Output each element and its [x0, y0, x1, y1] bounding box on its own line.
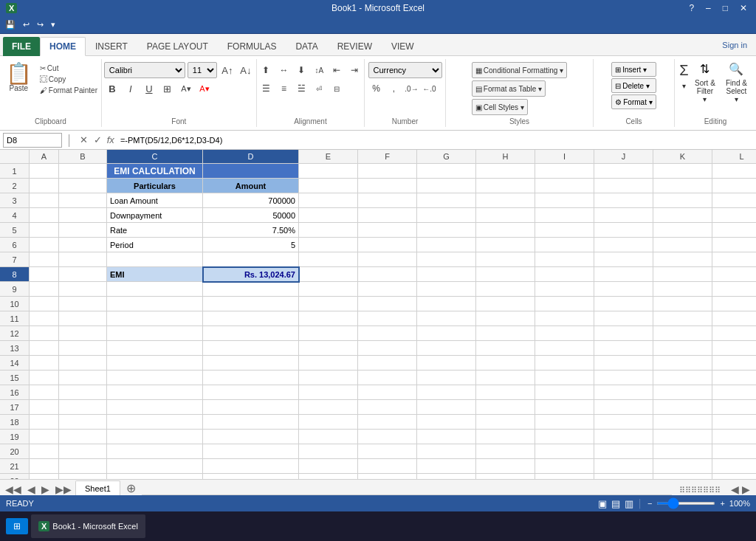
cell-b18[interactable]: [59, 415, 107, 430]
insert-cells-button[interactable]: ⊞ Insert ▾: [611, 62, 656, 77]
cell-b7[interactable]: [59, 252, 107, 267]
close-button[interactable]: ✕: [737, 3, 750, 13]
cell-j10[interactable]: [594, 297, 653, 311]
cell-g22[interactable]: [417, 474, 476, 479]
cell-e13[interactable]: [299, 341, 358, 356]
cell-i18[interactable]: [535, 415, 594, 430]
cell-c7[interactable]: [107, 252, 203, 267]
cell-k4[interactable]: [653, 208, 712, 223]
cell-g11[interactable]: [417, 311, 476, 326]
tab-insert[interactable]: INSERT: [86, 36, 137, 55]
cell-i19[interactable]: [535, 430, 594, 444]
cell-b8[interactable]: [59, 267, 107, 282]
restore-button[interactable]: □: [720, 3, 731, 13]
cell-d17[interactable]: [203, 400, 299, 415]
start-button[interactable]: ⊞: [6, 518, 28, 534]
tab-page-layout[interactable]: PAGE LAYOUT: [137, 36, 218, 55]
cell-h21[interactable]: [476, 459, 535, 474]
cell-f19[interactable]: [358, 430, 417, 444]
cell-a14[interactable]: [30, 356, 59, 371]
cell-a8[interactable]: [30, 267, 59, 282]
cell-h14[interactable]: [476, 356, 535, 371]
cell-j11[interactable]: [594, 311, 653, 326]
cell-i10[interactable]: [535, 297, 594, 311]
cell-h12[interactable]: [476, 326, 535, 341]
row-header-6[interactable]: 6: [0, 238, 30, 252]
cell-e1[interactable]: [299, 164, 358, 179]
tab-file[interactable]: FILE: [3, 37, 40, 56]
sheet-last-button[interactable]: ▶▶: [53, 483, 74, 495]
cell-f14[interactable]: [358, 356, 417, 371]
cell-l5[interactable]: [712, 223, 756, 238]
cell-j16[interactable]: [594, 385, 653, 400]
cell-j20[interactable]: [594, 444, 653, 459]
sheet-next-button[interactable]: ▶: [39, 483, 52, 495]
cell-c20[interactable]: [107, 444, 203, 459]
cell-k11[interactable]: [653, 311, 712, 326]
cell-c18[interactable]: [107, 415, 203, 430]
undo-button[interactable]: ↩: [21, 18, 32, 31]
cell-b20[interactable]: [59, 444, 107, 459]
cell-b19[interactable]: [59, 430, 107, 444]
cell-a20[interactable]: [30, 444, 59, 459]
cell-f3[interactable]: [358, 193, 417, 208]
normal-view-button[interactable]: ▣: [598, 498, 607, 509]
cell-l19[interactable]: [712, 430, 756, 444]
cell-c12[interactable]: [107, 326, 203, 341]
cell-h15[interactable]: [476, 371, 535, 385]
cell-f9[interactable]: [358, 282, 417, 297]
cell-f4[interactable]: [358, 208, 417, 223]
cell-k16[interactable]: [653, 385, 712, 400]
cell-b21[interactable]: [59, 459, 107, 474]
cell-e12[interactable]: [299, 326, 358, 341]
cell-l14[interactable]: [712, 356, 756, 371]
cell-d5[interactable]: 7.50%: [203, 223, 299, 238]
cell-b17[interactable]: [59, 400, 107, 415]
cell-d21[interactable]: [203, 459, 299, 474]
cell-d20[interactable]: [203, 444, 299, 459]
cell-j3[interactable]: [594, 193, 653, 208]
zoom-out-button[interactable]: −: [647, 499, 652, 508]
cell-a17[interactable]: [30, 400, 59, 415]
cell-b15[interactable]: [59, 371, 107, 385]
cell-c22[interactable]: [107, 474, 203, 479]
cell-e22[interactable]: [299, 474, 358, 479]
add-sheet-button[interactable]: ⊕: [122, 480, 140, 495]
cell-f1[interactable]: [358, 164, 417, 179]
cell-d22[interactable]: [203, 474, 299, 479]
cell-k7[interactable]: [653, 252, 712, 267]
cell-k2[interactable]: [653, 179, 712, 193]
cell-g17[interactable]: [417, 400, 476, 415]
cell-f13[interactable]: [358, 341, 417, 356]
cell-j9[interactable]: [594, 282, 653, 297]
cell-i20[interactable]: [535, 444, 594, 459]
col-header-g[interactable]: G: [417, 150, 476, 163]
formula-input[interactable]: [117, 133, 753, 148]
tab-formulas[interactable]: FORMULAS: [218, 36, 286, 55]
cell-k22[interactable]: [653, 474, 712, 479]
cell-k15[interactable]: [653, 371, 712, 385]
page-break-view-button[interactable]: ▥: [625, 498, 633, 509]
cell-h5[interactable]: [476, 223, 535, 238]
cell-h9[interactable]: [476, 282, 535, 297]
cell-k13[interactable]: [653, 341, 712, 356]
cell-k18[interactable]: [653, 415, 712, 430]
cell-g12[interactable]: [417, 326, 476, 341]
cell-a12[interactable]: [30, 326, 59, 341]
cell-h2[interactable]: [476, 179, 535, 193]
col-header-b[interactable]: B: [59, 150, 107, 163]
cell-g18[interactable]: [417, 415, 476, 430]
cell-c10[interactable]: [107, 297, 203, 311]
sheet-tab-1[interactable]: Sheet1: [75, 480, 120, 495]
font-name-select[interactable]: Calibri: [104, 62, 185, 78]
cell-l22[interactable]: [712, 474, 756, 479]
cell-l21[interactable]: [712, 459, 756, 474]
cell-j21[interactable]: [594, 459, 653, 474]
cell-b5[interactable]: [59, 223, 107, 238]
cell-d9[interactable]: [203, 282, 299, 297]
col-header-h[interactable]: H: [476, 150, 535, 163]
cell-j15[interactable]: [594, 371, 653, 385]
cell-l9[interactable]: [712, 282, 756, 297]
cell-l8[interactable]: [712, 267, 756, 282]
cell-h18[interactable]: [476, 415, 535, 430]
